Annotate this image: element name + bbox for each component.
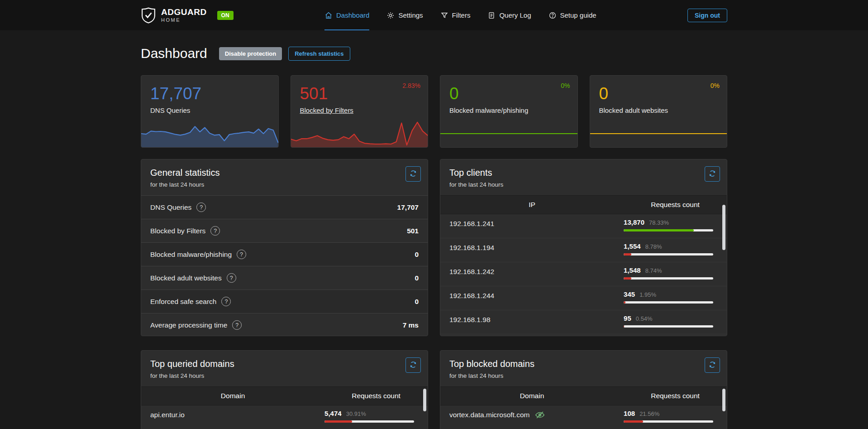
stat-row-label: Blocked by Filters (150, 227, 205, 235)
progress-fill (624, 253, 631, 255)
row-count: 5,474 (324, 410, 342, 417)
scrollbar-thumb[interactable] (423, 389, 426, 411)
column-header-domain: Domain (440, 392, 624, 400)
stat-row-value: 501 (407, 227, 419, 235)
protection-status-badge: ON (217, 11, 234, 20)
refresh-icon (708, 169, 716, 179)
shield-check-icon (141, 7, 156, 24)
progress-fill (624, 325, 624, 328)
row-key[interactable]: 192.168.1.241 (449, 220, 494, 228)
home-icon (324, 11, 333, 19)
table-row: 192.168.1.241 13,870 78.33% (440, 214, 727, 238)
row-key[interactable]: 192.168.1.194 (449, 244, 494, 252)
nav-item-setup-guide[interactable]: Setup guide (548, 0, 596, 30)
card-label: Blocked malware/phishing (449, 106, 528, 114)
sign-out-button[interactable]: Sign out (687, 9, 727, 22)
card-dns-queries: 17,707 DNS Queries (141, 75, 279, 148)
row-percent: 8.78% (645, 243, 662, 250)
help-icon[interactable]: ? (210, 226, 220, 236)
row-key[interactable]: 192.168.1.242 (449, 268, 494, 276)
stat-row: Average processing time ? 7 ms (141, 313, 428, 336)
stat-row-value: 0 (415, 298, 419, 306)
top-blocked-domains-table: vortex.data.microsoft.com 108 21.56% (440, 405, 727, 429)
stat-row-label: Blocked malware/phishing (150, 251, 232, 259)
disable-protection-button[interactable]: Disable protection (219, 47, 282, 60)
top-blocked-domains-panel: Top blocked domains for the last 24 hour… (440, 350, 727, 429)
nav-item-filters[interactable]: Filters (440, 0, 471, 30)
row-percent: 30.91% (346, 410, 366, 417)
blocked-malware-sparkline (440, 118, 577, 147)
dns-queries-sparkline (141, 118, 278, 147)
help-icon[interactable]: ? (232, 320, 242, 330)
table-header: Domain Requests count (141, 386, 428, 405)
table-header: Domain Requests count (440, 386, 727, 405)
refresh-statistics-button[interactable]: Refresh statistics (288, 47, 350, 61)
help-icon[interactable]: ? (221, 297, 231, 306)
progress-bar (624, 253, 713, 255)
card-label: Blocked adult websites (599, 106, 668, 114)
row-count: 13,870 (624, 218, 644, 226)
refresh-button[interactable] (405, 166, 421, 182)
nav-label: Setup guide (560, 11, 596, 19)
row-count: 95 (624, 314, 631, 322)
blocked-by-filters-link[interactable]: Blocked by Filters (300, 106, 353, 114)
refresh-button[interactable] (705, 166, 720, 182)
blocked-adult-sparkline (590, 118, 727, 147)
column-header-requests: Requests count (624, 392, 727, 400)
stat-cards: 17,707 DNS Queries 2.83% 501 Blocked by … (141, 75, 727, 148)
row-key[interactable]: api.entur.io (150, 411, 185, 419)
row-count: 108 (624, 410, 635, 417)
table-row: 192.168.1.194 1,554 8.78% (440, 238, 727, 262)
progress-bar (624, 301, 713, 304)
stat-row-label: DNS Queries (150, 203, 191, 212)
progress-bar (624, 229, 713, 231)
panel-subtitle: for the last 24 hours (150, 372, 419, 379)
card-percent: 0% (711, 82, 720, 89)
nav-label: Filters (452, 11, 471, 19)
nav-label: Settings (398, 11, 423, 19)
row-percent: 21.56% (639, 410, 659, 417)
nav-item-query-log[interactable]: Query Log (487, 0, 531, 30)
stat-row: DNS Queries ? 17,707 (141, 196, 428, 219)
scrollbar-thumb[interactable] (722, 205, 725, 250)
column-header-requests: Requests count (324, 392, 428, 400)
card-value: 0 (599, 85, 727, 103)
progress-bar (624, 325, 713, 328)
progress-fill (624, 301, 625, 304)
page-title: Dashboard (141, 46, 207, 61)
brand-sub: HOME (161, 18, 207, 23)
card-percent: 0% (561, 82, 570, 89)
help-icon[interactable]: ? (196, 202, 206, 212)
stat-row-value: 0 (415, 274, 419, 282)
panel-subtitle: for the last 24 hours (449, 372, 718, 379)
row-key[interactable]: vortex.data.microsoft.com (449, 411, 529, 419)
row-percent: 0.54% (636, 315, 653, 322)
help-icon[interactable]: ? (237, 250, 246, 259)
table-row: api.entur.io 5,474 30.91% (141, 405, 428, 429)
blocked-filters-sparkline (291, 118, 428, 147)
refresh-icon (708, 361, 716, 370)
card-blocked-adult: 0% 0 Blocked adult websites (590, 75, 728, 148)
help-icon[interactable]: ? (227, 273, 236, 283)
nav-label: Query Log (499, 11, 531, 19)
nav-item-dashboard[interactable]: Dashboard (324, 0, 369, 30)
table-row: 192.168.1.244 345 1.95% (440, 286, 727, 310)
row-count: 345 (624, 290, 635, 298)
nav-item-settings[interactable]: Settings (386, 0, 423, 30)
scrollbar-thumb[interactable] (722, 389, 725, 411)
row-count: 1,554 (624, 242, 641, 250)
panel-subtitle: for the last 24 hours (150, 181, 419, 188)
card-value: 0 (449, 85, 577, 103)
row-key[interactable]: 192.168.1.98 (449, 316, 491, 324)
card-value: 17,707 (150, 85, 278, 103)
row-percent: 78.33% (649, 219, 669, 226)
refresh-button[interactable] (705, 357, 720, 373)
eye-off-icon[interactable] (535, 410, 545, 420)
stat-row: Blocked by Filters ? 501 (141, 219, 428, 243)
top-clients-table: 192.168.1.241 13,870 78.33% 192.168.1.19… (440, 214, 727, 334)
row-key[interactable]: 192.168.1.244 (449, 292, 494, 300)
refresh-button[interactable] (405, 357, 421, 373)
column-header-domain: Domain (141, 392, 324, 400)
stat-row-label: Enforced safe search (150, 298, 216, 306)
stat-row-value: 7 ms (403, 321, 419, 329)
